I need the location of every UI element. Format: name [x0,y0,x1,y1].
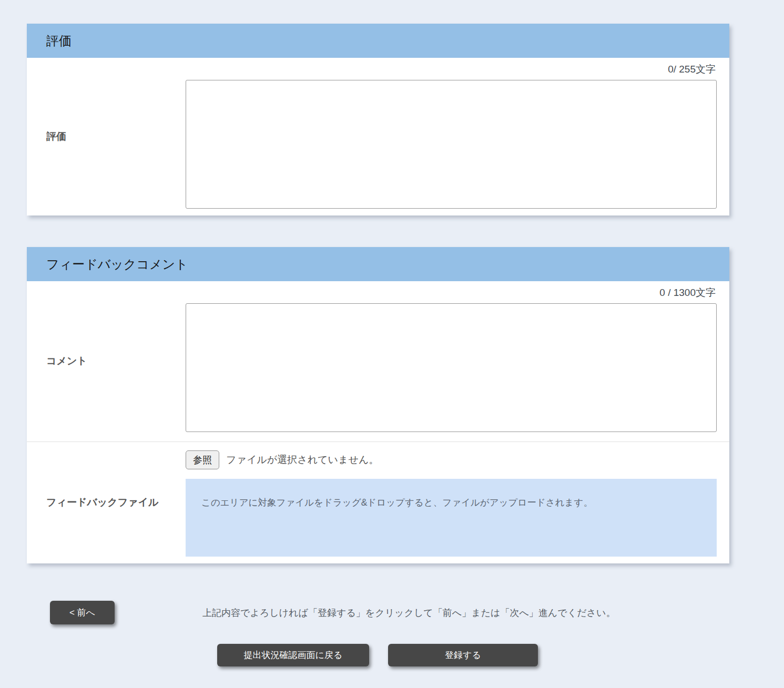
feedback-section: フィードバックコメント コメント 0 / 1300文字 フィードバックファイル … [27,247,729,563]
comment-content-column: 0 / 1300文字 [186,281,729,441]
footer-instruction-text: 上記内容でよろしければ「登録する」をクリックして「前へ」または「次へ」進んでくだ… [202,607,615,619]
file-dropzone[interactable]: このエリアに対象ファイルをドラッグ&ドロップすると、ファイルがアップロードされま… [186,479,717,557]
feedback-file-label-column: フィードバックファイル [27,442,186,563]
evaluation-content-column: 0/ 255文字 [186,58,729,215]
comment-textarea[interactable] [186,303,717,432]
comment-row: コメント 0 / 1300文字 [27,281,729,441]
no-file-selected-text: ファイルが選択されていません。 [226,453,379,467]
evaluation-label-column: 評価 [27,58,186,215]
feedback-file-row: フィードバックファイル 参照 ファイルが選択されていません。 このエリアに対象フ… [27,441,729,563]
evaluation-section-title: 評価 [46,33,72,49]
evaluation-row: 評価 0/ 255文字 [27,58,729,215]
feedback-section-title: フィードバックコメント [46,256,188,273]
browse-file-button[interactable]: 参照 [186,450,219,469]
feedback-file-content-column: 参照 ファイルが選択されていません。 このエリアに対象ファイルをドラッグ&ドロッ… [186,442,729,563]
evaluation-char-counter: 0/ 255文字 [186,58,717,80]
evaluation-field-label: 評価 [46,130,66,144]
file-dropzone-text: このエリアに対象ファイルをドラッグ&ドロップすると、ファイルがアップロードされま… [201,497,593,508]
evaluation-section: 評価 評価 0/ 255文字 [27,24,729,215]
register-button[interactable]: 登録する [388,644,538,666]
feedback-section-header: フィードバックコメント [27,247,729,281]
comment-field-label: コメント [46,354,87,368]
comment-char-counter: 0 / 1300文字 [186,281,717,303]
page: 評価 評価 0/ 255文字 フィードバックコメント コメント 0 / 1300… [0,0,784,688]
feedback-file-field-label: フィードバックファイル [46,496,158,510]
file-picker: 参照 ファイルが選択されていません。 [186,450,717,469]
evaluation-section-header: 評価 [27,24,729,58]
footer-row-2: 提出状況確認画面に戻る 登録する [0,644,784,666]
previous-button[interactable]: < 前へ [50,601,115,624]
footer-row-1: < 前へ 上記内容でよろしければ「登録する」をクリックして「前へ」または「次へ」… [0,601,784,624]
back-to-submission-status-button[interactable]: 提出状況確認画面に戻る [217,644,369,666]
evaluation-textarea[interactable] [186,80,717,209]
comment-label-column: コメント [27,281,186,441]
